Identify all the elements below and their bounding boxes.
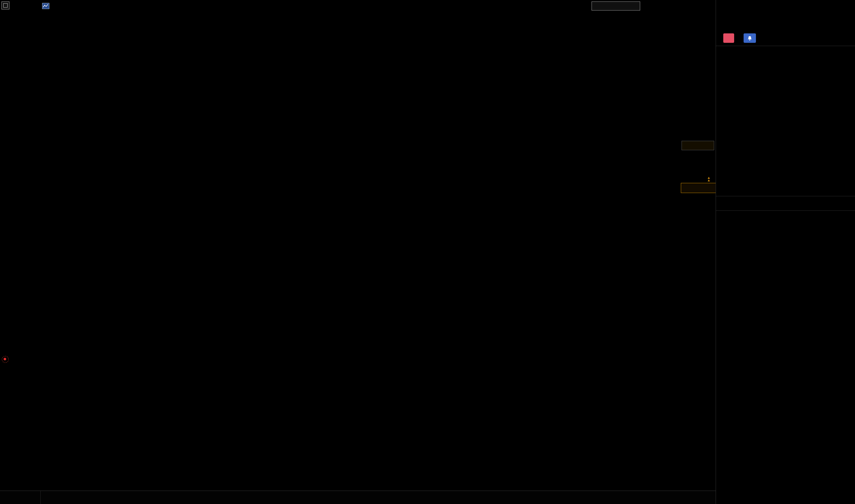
price-tag-caret-icon: ▲▲ <box>707 176 711 181</box>
boll-chart-icon <box>42 3 49 9</box>
tick-table-header <box>716 198 855 210</box>
window-icon[interactable] <box>1 1 9 9</box>
trading-terminal: ▲▲ <box>0 0 855 504</box>
indicator-dot-icon[interactable] <box>2 356 9 363</box>
macd-header <box>41 356 56 364</box>
time-axis-bar <box>0 491 716 504</box>
remove-watchlist-button[interactable] <box>723 33 734 43</box>
quote-sidebar <box>716 0 855 504</box>
avg-price-tag <box>682 141 714 150</box>
alert-bell-button[interactable] <box>744 33 756 43</box>
chart-header <box>0 0 716 11</box>
bell-icon <box>747 36 752 41</box>
theme-selector[interactable] <box>592 1 640 11</box>
current-price-tag <box>681 183 716 193</box>
